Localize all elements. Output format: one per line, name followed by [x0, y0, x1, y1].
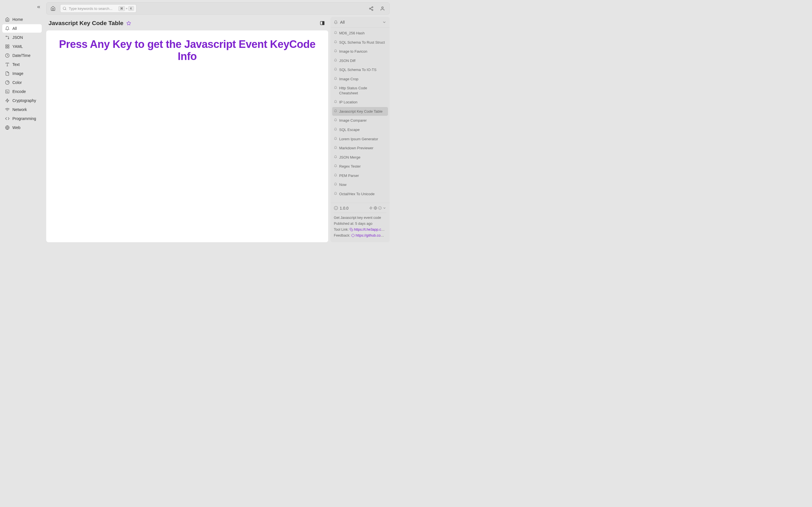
sidebar-item-text[interactable]: Text	[2, 60, 42, 69]
tool-item-label: SQL Schema To Rust Struct	[339, 40, 386, 45]
sidebar-item-label: JSON	[12, 35, 23, 40]
shortcut-key-cmd: ⌘	[118, 6, 125, 11]
collapse-sidebar-button[interactable]	[36, 4, 41, 10]
copy-icon[interactable]	[350, 228, 353, 231]
svg-line-20	[370, 9, 372, 10]
footer-description: Get Javascript key event code	[334, 215, 386, 220]
search-icon	[63, 6, 66, 10]
tool-item[interactable]: Markdown Previewer	[332, 144, 388, 153]
sidebar-item-all[interactable]: All	[2, 24, 42, 33]
sidebar-item-yaml[interactable]: YAML	[2, 42, 42, 51]
tool-item-label: Now	[339, 182, 386, 187]
svg-marker-29	[370, 207, 372, 210]
svg-rect-25	[322, 21, 324, 25]
search-input[interactable]	[69, 6, 116, 11]
tool-item[interactable]: SQL Escape	[332, 125, 388, 134]
tool-item-label: Http Status Code Cheatsheet	[339, 86, 386, 96]
topbar: ⌘ + K	[46, 2, 390, 15]
yaml-icon	[5, 44, 10, 49]
right-panel-list[interactable]: MD6_256 HashSQL Schema To Rust StructIma…	[331, 27, 390, 203]
favorite-button[interactable]	[126, 21, 131, 25]
bell-icon	[334, 49, 337, 53]
check-circle-icon[interactable]	[378, 206, 382, 210]
footer-published: Published at: 5 days ago	[334, 221, 386, 226]
network-icon	[5, 107, 10, 112]
footer-tool-link-label: Tool Link:	[334, 228, 349, 231]
svg-line-21	[370, 7, 372, 8]
sidebar-item-date-time[interactable]: Date/Time	[2, 51, 42, 60]
bell-icon	[334, 59, 337, 62]
svg-rect-3	[8, 45, 9, 46]
tool-item-label: SQL Escape	[339, 127, 386, 132]
tool-item[interactable]: Http Status Code Cheatsheet	[332, 83, 388, 98]
footer-published-value: 5 days ago	[355, 222, 372, 226]
tool-item[interactable]: PEM Parser	[332, 171, 388, 180]
image-icon	[5, 71, 10, 76]
sidebar-item-color[interactable]: Color	[2, 78, 42, 87]
svg-line-16	[65, 9, 66, 10]
sidebar-item-cryptography[interactable]: Cryptography	[2, 96, 42, 105]
version-label: 1.0.0	[340, 206, 367, 210]
bell-icon	[334, 86, 337, 89]
svg-rect-33	[351, 229, 353, 231]
footer-feedback-value[interactable]: https://github.com/…	[356, 233, 386, 237]
svg-rect-4	[6, 47, 7, 48]
sidebar-item-network[interactable]: Network	[2, 105, 42, 114]
tool-item[interactable]: Now	[332, 180, 388, 189]
bell-icon	[334, 118, 337, 122]
sidebar-item-label: All	[12, 26, 17, 31]
message-icon[interactable]	[351, 234, 355, 237]
home-button[interactable]	[50, 5, 56, 11]
user-button[interactable]	[378, 5, 386, 12]
tool-item-label: Image Comparer	[339, 118, 386, 123]
bell-icon	[334, 137, 337, 140]
sidebar-item-encode[interactable]: Encode	[2, 87, 42, 96]
chevron-double-left-icon	[36, 5, 41, 9]
globe-icon[interactable]	[373, 206, 377, 210]
tool-item[interactable]: IP Location	[332, 98, 388, 107]
zap-icon[interactable]	[369, 206, 373, 210]
encode-icon	[5, 89, 10, 94]
home-icon	[5, 17, 10, 22]
sidebar-item-json[interactable]: JSON	[2, 33, 42, 42]
sidebar-item-home[interactable]: Home	[2, 15, 42, 24]
tool-item[interactable]: MD6_256 Hash	[332, 29, 388, 38]
tool-item[interactable]: Javascript Key Code Table	[332, 107, 388, 116]
tool-item-label: Image to Favicon	[339, 49, 386, 54]
tool-item[interactable]: JSON Diff	[332, 56, 388, 65]
page-body[interactable]: Press Any Key to get the Javascript Even…	[46, 31, 328, 242]
sidebar-item-label: YAML	[12, 44, 23, 49]
chevron-down-small-icon[interactable]	[383, 206, 386, 210]
sidebar-item-web[interactable]: Web	[2, 123, 42, 132]
json-icon	[5, 35, 10, 40]
share-button[interactable]	[367, 5, 375, 12]
footer-tool-link-value[interactable]: https://t.he3app.co…	[354, 228, 386, 231]
sidebar-item-programming[interactable]: Programming	[2, 114, 42, 123]
tool-item[interactable]: Image to Favicon	[332, 47, 388, 56]
bell-icon	[334, 173, 337, 177]
tool-item[interactable]: Image Comparer	[332, 116, 388, 125]
tool-item[interactable]: JSON Merge	[332, 153, 388, 162]
chevron-down-icon	[382, 20, 386, 24]
bell-icon	[334, 68, 337, 71]
programming-icon	[5, 116, 10, 121]
tool-item-label: IP Location	[339, 100, 386, 105]
svg-point-22	[382, 7, 383, 8]
tool-item[interactable]: Regex Tester	[332, 162, 388, 171]
tool-item[interactable]: SQL Schema To Rust Struct	[332, 38, 388, 47]
search-box[interactable]: ⌘ + K	[60, 4, 137, 13]
bell-icon	[334, 20, 338, 24]
tool-item-label: Image Crop	[339, 76, 386, 82]
tool-item[interactable]: Lorem Ipsum Generator	[332, 135, 388, 144]
tool-item[interactable]: SQL Schema To IO-TS	[332, 65, 388, 74]
main-area: ⌘ + K Javascript Key Code Table	[44, 0, 392, 244]
sidebar-nav: HomeAllJSONYAMLDate/TimeTextImageColorEn…	[2, 15, 42, 132]
tool-item-label: SQL Schema To IO-TS	[339, 67, 386, 72]
bell-icon	[334, 164, 337, 168]
search-shortcut: ⌘ + K	[118, 6, 134, 11]
right-panel-filter[interactable]: All	[331, 17, 390, 27]
panel-toggle-button[interactable]	[320, 20, 326, 25]
tool-item[interactable]: Image Crop	[332, 75, 388, 83]
tool-item[interactable]: Octal/Hex To Unicode	[332, 189, 388, 199]
sidebar-item-image[interactable]: Image	[2, 69, 42, 78]
